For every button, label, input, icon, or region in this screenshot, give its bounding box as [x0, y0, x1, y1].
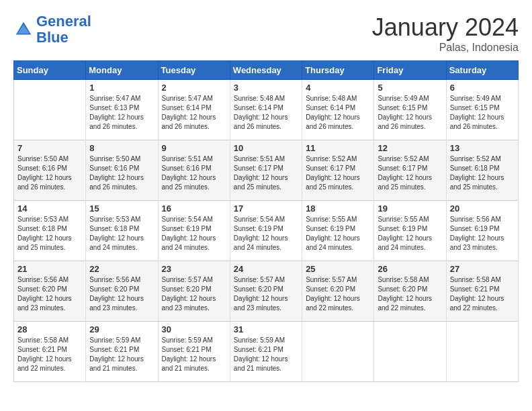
- day-number: 7: [17, 143, 82, 153]
- day-number: 29: [89, 324, 154, 334]
- logo: General Blue: [13, 13, 91, 46]
- day-number: 21: [17, 264, 82, 274]
- day-info: Sunrise: 5:48 AMSunset: 6:14 PMDaylight:…: [306, 95, 360, 130]
- weekday-header: Tuesday: [158, 61, 230, 80]
- calendar-cell: 16Sunrise: 5:54 AMSunset: 6:19 PMDayligh…: [158, 201, 230, 261]
- day-info: Sunrise: 5:59 AMSunset: 6:21 PMDaylight:…: [162, 336, 216, 372]
- calendar-cell: 8Sunrise: 5:50 AMSunset: 6:16 PMDaylight…: [86, 140, 158, 201]
- day-info: Sunrise: 5:52 AMSunset: 6:17 PMDaylight:…: [306, 155, 360, 191]
- day-number: 23: [162, 264, 226, 274]
- day-info: Sunrise: 5:56 AMSunset: 6:19 PMDaylight:…: [450, 216, 504, 251]
- logo-general: General: [36, 13, 91, 30]
- day-info: Sunrise: 5:56 AMSunset: 6:20 PMDaylight:…: [17, 276, 72, 312]
- logo-text: General Blue: [36, 13, 91, 46]
- calendar-cell: 21Sunrise: 5:56 AMSunset: 6:20 PMDayligh…: [14, 261, 86, 322]
- day-number: 5: [378, 83, 442, 93]
- calendar-cell: 26Sunrise: 5:58 AMSunset: 6:20 PMDayligh…: [374, 261, 446, 322]
- weekday-header: Wednesday: [230, 61, 302, 80]
- day-info: Sunrise: 5:58 AMSunset: 6:20 PMDaylight:…: [378, 276, 432, 312]
- calendar-week-row: 1Sunrise: 5:47 AMSunset: 6:13 PMDaylight…: [14, 80, 519, 140]
- day-number: 30: [162, 324, 226, 334]
- calendar-cell: 27Sunrise: 5:58 AMSunset: 6:21 PMDayligh…: [446, 261, 518, 322]
- day-info: Sunrise: 5:54 AMSunset: 6:19 PMDaylight:…: [234, 216, 288, 251]
- day-info: Sunrise: 5:52 AMSunset: 6:17 PMDaylight:…: [378, 155, 432, 191]
- day-number: 12: [378, 143, 442, 153]
- calendar-cell: 9Sunrise: 5:51 AMSunset: 6:16 PMDaylight…: [158, 140, 230, 201]
- calendar-cell: 22Sunrise: 5:56 AMSunset: 6:20 PMDayligh…: [86, 261, 158, 322]
- weekday-header: Sunday: [14, 61, 86, 80]
- calendar-cell: 31Sunrise: 5:59 AMSunset: 6:21 PMDayligh…: [230, 322, 302, 382]
- weekday-header: Thursday: [302, 61, 374, 80]
- day-number: 20: [450, 203, 515, 214]
- header-row: SundayMondayTuesdayWednesdayThursdayFrid…: [14, 61, 519, 80]
- calendar-cell: [14, 80, 86, 140]
- calendar-cell: [302, 322, 374, 382]
- day-number: 13: [450, 143, 515, 153]
- day-number: 18: [306, 203, 370, 214]
- calendar-cell: 3Sunrise: 5:48 AMSunset: 6:14 PMDaylight…: [230, 80, 302, 140]
- day-info: Sunrise: 5:57 AMSunset: 6:20 PMDaylight:…: [234, 276, 288, 312]
- location: Palas, Indonesia: [372, 42, 519, 54]
- logo-blue: Blue: [36, 29, 69, 46]
- page-header: General Blue January 2024 Palas, Indones…: [13, 13, 519, 54]
- calendar-cell: [374, 322, 446, 382]
- calendar-cell: [446, 322, 518, 382]
- day-number: 22: [89, 264, 154, 274]
- day-number: 9: [162, 143, 226, 153]
- calendar-cell: 19Sunrise: 5:55 AMSunset: 6:19 PMDayligh…: [374, 201, 446, 261]
- day-number: 15: [89, 203, 154, 214]
- calendar-cell: 2Sunrise: 5:47 AMSunset: 6:14 PMDaylight…: [158, 80, 230, 140]
- calendar-week-row: 21Sunrise: 5:56 AMSunset: 6:20 PMDayligh…: [14, 261, 519, 322]
- day-info: Sunrise: 5:50 AMSunset: 6:16 PMDaylight:…: [17, 155, 72, 191]
- day-info: Sunrise: 5:59 AMSunset: 6:21 PMDaylight:…: [234, 336, 288, 372]
- day-info: Sunrise: 5:49 AMSunset: 6:15 PMDaylight:…: [450, 95, 504, 130]
- weekday-header: Friday: [374, 61, 446, 80]
- title-block: January 2024 Palas, Indonesia: [372, 13, 519, 54]
- day-info: Sunrise: 5:53 AMSunset: 6:18 PMDaylight:…: [89, 216, 144, 251]
- day-info: Sunrise: 5:57 AMSunset: 6:20 PMDaylight:…: [306, 276, 360, 312]
- day-info: Sunrise: 5:55 AMSunset: 6:19 PMDaylight:…: [378, 216, 432, 251]
- day-info: Sunrise: 5:53 AMSunset: 6:18 PMDaylight:…: [17, 216, 72, 251]
- day-number: 24: [234, 264, 298, 274]
- calendar-cell: 12Sunrise: 5:52 AMSunset: 6:17 PMDayligh…: [374, 140, 446, 201]
- calendar-cell: 13Sunrise: 5:52 AMSunset: 6:18 PMDayligh…: [446, 140, 518, 201]
- day-info: Sunrise: 5:51 AMSunset: 6:17 PMDaylight:…: [234, 155, 288, 191]
- calendar-week-row: 7Sunrise: 5:50 AMSunset: 6:16 PMDaylight…: [14, 140, 519, 201]
- day-info: Sunrise: 5:47 AMSunset: 6:13 PMDaylight:…: [89, 95, 144, 130]
- calendar-cell: 1Sunrise: 5:47 AMSunset: 6:13 PMDaylight…: [86, 80, 158, 140]
- calendar-table: SundayMondayTuesdayWednesdayThursdayFrid…: [13, 60, 519, 382]
- day-info: Sunrise: 5:58 AMSunset: 6:21 PMDaylight:…: [17, 336, 72, 372]
- day-info: Sunrise: 5:47 AMSunset: 6:14 PMDaylight:…: [162, 95, 216, 130]
- day-number: 2: [162, 83, 226, 93]
- day-number: 11: [306, 143, 370, 153]
- day-info: Sunrise: 5:50 AMSunset: 6:16 PMDaylight:…: [89, 155, 144, 191]
- day-number: 17: [234, 203, 298, 214]
- calendar-cell: 23Sunrise: 5:57 AMSunset: 6:20 PMDayligh…: [158, 261, 230, 322]
- calendar-cell: 24Sunrise: 5:57 AMSunset: 6:20 PMDayligh…: [230, 261, 302, 322]
- calendar-cell: 25Sunrise: 5:57 AMSunset: 6:20 PMDayligh…: [302, 261, 374, 322]
- day-number: 19: [378, 203, 442, 214]
- calendar-cell: 15Sunrise: 5:53 AMSunset: 6:18 PMDayligh…: [86, 201, 158, 261]
- calendar-week-row: 28Sunrise: 5:58 AMSunset: 6:21 PMDayligh…: [14, 322, 519, 382]
- calendar-cell: 10Sunrise: 5:51 AMSunset: 6:17 PMDayligh…: [230, 140, 302, 201]
- calendar-cell: 14Sunrise: 5:53 AMSunset: 6:18 PMDayligh…: [14, 201, 86, 261]
- day-number: 26: [378, 264, 442, 274]
- day-info: Sunrise: 5:49 AMSunset: 6:15 PMDaylight:…: [378, 95, 432, 130]
- weekday-header: Monday: [86, 61, 158, 80]
- calendar-cell: 20Sunrise: 5:56 AMSunset: 6:19 PMDayligh…: [446, 201, 518, 261]
- day-number: 28: [17, 324, 82, 334]
- month-title: January 2024: [372, 13, 519, 42]
- calendar-cell: 5Sunrise: 5:49 AMSunset: 6:15 PMDaylight…: [374, 80, 446, 140]
- day-number: 6: [450, 83, 515, 93]
- day-info: Sunrise: 5:52 AMSunset: 6:18 PMDaylight:…: [450, 155, 504, 191]
- day-info: Sunrise: 5:56 AMSunset: 6:20 PMDaylight:…: [89, 276, 144, 312]
- calendar-week-row: 14Sunrise: 5:53 AMSunset: 6:18 PMDayligh…: [14, 201, 519, 261]
- calendar-cell: 6Sunrise: 5:49 AMSunset: 6:15 PMDaylight…: [446, 80, 518, 140]
- day-number: 25: [306, 264, 370, 274]
- day-number: 16: [162, 203, 226, 214]
- day-info: Sunrise: 5:59 AMSunset: 6:21 PMDaylight:…: [89, 336, 144, 372]
- day-number: 8: [89, 143, 154, 153]
- day-number: 10: [234, 143, 298, 153]
- weekday-header: Saturday: [446, 61, 518, 80]
- day-info: Sunrise: 5:54 AMSunset: 6:19 PMDaylight:…: [162, 216, 216, 251]
